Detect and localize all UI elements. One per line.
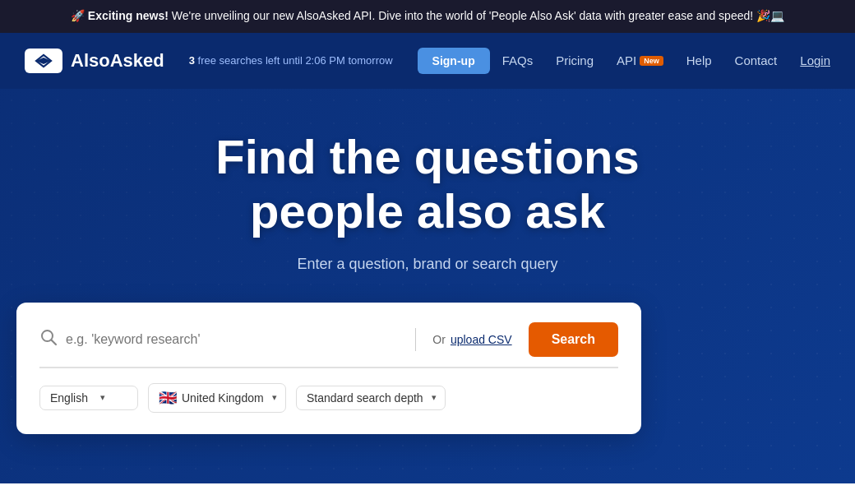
search-divider xyxy=(415,328,416,351)
uk-flag-icon: 🇬🇧 xyxy=(159,389,177,407)
search-input[interactable] xyxy=(66,332,399,347)
nav-help[interactable]: Help xyxy=(686,53,712,67)
nav-api[interactable]: API New xyxy=(617,53,663,67)
language-chevron-icon: ▾ xyxy=(100,392,105,403)
hero-subtitle: Enter a question, brand or search query xyxy=(16,256,839,273)
search-row: Or upload CSV Search xyxy=(39,322,618,368)
depth-select-wrap[interactable]: Standard search depth Deep search ▾ xyxy=(296,386,446,410)
hero-title-line1: Find the questions xyxy=(215,130,640,183)
logo-icon xyxy=(25,49,62,73)
hero-section: Find the questions people also ask Enter… xyxy=(0,89,855,483)
language-select-wrap[interactable]: English French German Spanish ▾ xyxy=(39,386,138,410)
nav-login[interactable]: Login xyxy=(800,53,830,67)
search-container: Or upload CSV Search English French Germ… xyxy=(16,303,641,434)
logo-link[interactable]: AlsoAsked xyxy=(25,49,164,73)
search-icon xyxy=(39,328,58,350)
announcement-body: We're unveiling our new AlsoAsked API. D… xyxy=(169,9,784,22)
country-chevron-icon: ▾ xyxy=(272,392,277,403)
upload-csv-area: Or upload CSV xyxy=(432,333,511,346)
svg-line-4 xyxy=(52,340,57,345)
search-button[interactable]: Search xyxy=(529,322,618,357)
hero-content: Find the questions people also ask Enter… xyxy=(16,130,839,434)
nav-contact[interactable]: Contact xyxy=(735,53,778,67)
navbar-right: FAQs Pricing API New Help Contact Login xyxy=(502,53,830,67)
language-select[interactable]: English French German Spanish xyxy=(50,391,95,405)
hero-title-line2: people also ask xyxy=(250,184,605,238)
depth-select[interactable]: Standard search depth Deep search xyxy=(307,391,427,405)
nav-faqs[interactable]: FAQs xyxy=(502,53,534,67)
or-label: Or xyxy=(432,333,446,346)
announcement-text: 🚀 Exciting news! We're unveiling our new… xyxy=(71,9,784,22)
depth-chevron-icon: ▾ xyxy=(432,392,437,403)
signup-button[interactable]: Sign-up xyxy=(418,48,490,74)
search-options: English French German Spanish ▾ 🇬🇧 Unite… xyxy=(39,383,618,413)
logo-text: AlsoAsked xyxy=(71,50,164,72)
upload-csv-link[interactable]: upload CSV xyxy=(451,333,512,346)
api-new-badge: New xyxy=(640,56,663,66)
announcement-bold: Exciting news! xyxy=(88,9,169,22)
announcement-bar: 🚀 Exciting news! We're unveiling our new… xyxy=(0,0,855,33)
navbar: AlsoAsked 3 free searches left until 2:0… xyxy=(0,33,855,89)
free-searches-label: 3 free searches left until 2:06 PM tomor… xyxy=(189,54,393,67)
country-select-wrap[interactable]: 🇬🇧 United Kingdom United States Australi… xyxy=(148,383,286,413)
nav-pricing[interactable]: Pricing xyxy=(556,53,594,67)
country-select[interactable]: United Kingdom United States Australia C… xyxy=(182,391,267,405)
announcement-rocket: 🚀 xyxy=(71,9,88,22)
nav-api-label: API xyxy=(617,53,636,67)
free-searches-count: 3 xyxy=(189,54,195,67)
navbar-left: AlsoAsked 3 free searches left until 2:0… xyxy=(25,48,490,74)
hero-title: Find the questions people also ask xyxy=(16,130,839,239)
